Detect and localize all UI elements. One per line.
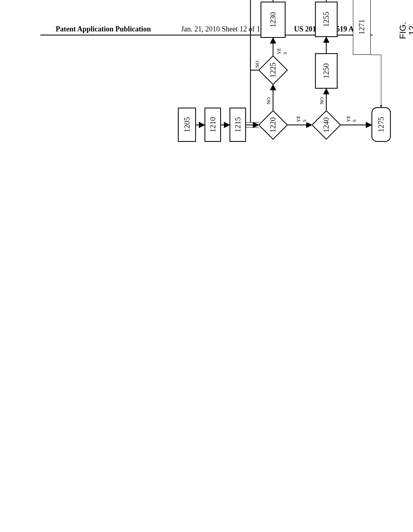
box-1210: 1210 (204, 108, 221, 142)
box-1250: 1250 (315, 53, 338, 89)
box-1215: 1215 (229, 108, 246, 142)
box-label: 1230 (269, 12, 277, 27)
box-1275: 1275 (371, 107, 391, 142)
decision-label: 1240 (322, 117, 331, 133)
figure-caption-line1: FIG. (398, 22, 407, 39)
box-label: 1215 (234, 117, 242, 133)
box-label: 1205 (183, 117, 192, 133)
box-label: 1210 (209, 117, 217, 133)
edge-yes: YE S (296, 115, 308, 123)
box-1205: 1205 (178, 108, 196, 142)
edge-no: NO (254, 60, 261, 68)
decision-label: 1220 (269, 117, 277, 133)
box-label: 1250 (322, 63, 331, 79)
box-1230: 1230 (261, 2, 286, 38)
box-1271: 1271 (353, 0, 371, 55)
box-1255: 1255 (315, 2, 338, 37)
decision-label: 1225 (269, 62, 277, 78)
edge-yes: YE S (276, 48, 288, 55)
edge-no: NO (319, 97, 325, 105)
figure-caption: FIG. 12 (398, 22, 413, 39)
box-label: 1271 (357, 19, 366, 35)
figure-caption-line2: 12 (407, 22, 413, 39)
header-left: Patent Application Publication (56, 25, 151, 33)
edge-no: NO (266, 97, 272, 105)
box-label: 1275 (377, 117, 386, 132)
edge-yes: YE S (346, 115, 358, 123)
box-label: 1255 (322, 12, 331, 27)
